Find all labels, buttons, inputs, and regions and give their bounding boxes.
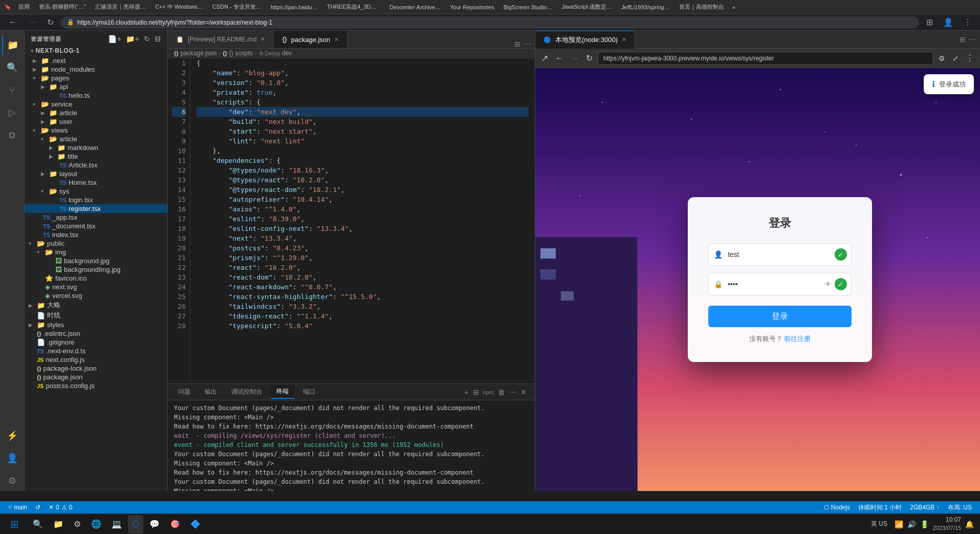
activity-explorer[interactable]: 📁 xyxy=(2,35,23,55)
activity-settings[interactable]: ⚙ xyxy=(2,471,23,491)
taskbar-file-explorer[interactable]: 📁 xyxy=(49,515,68,533)
tree-item-next[interactable]: ▶ 📁 .next xyxy=(25,56,167,65)
activity-search[interactable]: 🔍 xyxy=(2,57,23,78)
start-button[interactable]: ⊞ xyxy=(2,515,27,533)
status-layout[interactable]: 布局: US xyxy=(944,503,976,512)
taskbar-chat[interactable]: 💬 xyxy=(145,515,164,533)
taskbar-extra2[interactable]: 🔷 xyxy=(186,515,205,533)
bookmark-2[interactable]: 汇缘语言｜壳存器… xyxy=(91,2,150,12)
tree-item-backgroundimg-jpg[interactable]: 🖼 backgroundImg.jpg xyxy=(25,265,167,274)
tree-item-sys[interactable]: ▾ 📂 sys xyxy=(25,187,167,196)
back-button[interactable]: ← xyxy=(5,16,20,29)
network-icon[interactable]: 📶 xyxy=(895,520,903,528)
bookmark-6[interactable]: THREE实战4_3D效… xyxy=(323,2,384,12)
status-sync[interactable]: ↺ xyxy=(31,501,45,514)
activity-source-control[interactable]: ⑂ xyxy=(2,80,23,100)
close-tab-icon[interactable]: ✕ xyxy=(260,36,265,42)
username-input[interactable] xyxy=(728,244,835,265)
terminal-more-icon[interactable]: ⋯ xyxy=(509,388,516,396)
close-terminal-icon[interactable]: ✕ xyxy=(520,388,527,396)
bookmark-1[interactable]: 资讯-群聊群呼("…" xyxy=(35,2,90,12)
activity-remote[interactable]: ⚡ xyxy=(2,425,23,446)
terminal-tab-terminal[interactable]: 终端 xyxy=(270,385,295,399)
preview-address-bar[interactable]: https://yfnjvm-jaqwea-3000.preview.myide… xyxy=(598,52,933,65)
tree-item-document-tsx[interactable]: TS _document.tsx xyxy=(25,222,167,230)
terminal-tab-ports[interactable]: 端口 xyxy=(297,386,321,398)
bookmark-9[interactable]: BigScreen Studio… xyxy=(499,3,557,11)
project-root[interactable]: ▾ NEXT-BLOG-1 xyxy=(25,45,167,56)
split-terminal-icon[interactable]: ⊞ xyxy=(473,388,479,396)
extensions-icon[interactable]: ⊞ xyxy=(923,16,936,28)
tree-item-service-article[interactable]: ▶ 📁 article xyxy=(25,109,167,117)
tree-item-vercel-svg[interactable]: ◈ vercel.svg xyxy=(25,291,167,300)
menu-icon[interactable]: ⋮ xyxy=(961,16,975,28)
more-bookmarks-icon[interactable]: » xyxy=(729,3,738,11)
tree-item-next-svg[interactable]: ◈ next.svg xyxy=(25,283,167,291)
tree-item-app-tsx[interactable]: TS _app.tsx xyxy=(25,213,167,222)
bc-scripts[interactable]: {} scripts xyxy=(229,50,253,57)
terminal-tab-issues[interactable]: 问题 xyxy=(172,386,197,398)
taskbar-terminal[interactable]: 💻 xyxy=(107,515,126,533)
status-errors[interactable]: ✕ 0 ⚠ 0 xyxy=(45,501,76,514)
editor-tab-package-json[interactable]: {} package.json ✕ xyxy=(274,31,347,48)
forward-button[interactable]: → xyxy=(25,16,40,29)
tree-item-api[interactable]: ▶ 📁 api xyxy=(25,82,167,91)
terminal-tab-debug[interactable]: 调试控制台 xyxy=(225,386,268,398)
preview-more-icon[interactable]: ⋯ xyxy=(969,35,976,44)
more-actions-icon[interactable]: ⋯ xyxy=(524,40,531,48)
tree-item-styles[interactable]: ▶ 📁 styles xyxy=(25,321,167,329)
preview-devtools-button[interactable]: ⚙ xyxy=(937,53,947,63)
clock-display[interactable]: 10:07 2023/07/15 xyxy=(933,516,961,532)
bc-dev[interactable]: dev xyxy=(282,50,292,57)
close-preview-tab-icon[interactable]: ✕ xyxy=(622,36,626,43)
password-input[interactable] xyxy=(728,273,824,295)
tree-item-daolve[interactable]: ▶ 📁 大略 xyxy=(25,300,167,310)
bookmark-7[interactable]: Devcenter Archive… xyxy=(385,3,445,11)
login-button[interactable]: 登录 xyxy=(708,306,852,327)
tree-item-hello-ts[interactable]: TS hello.ts xyxy=(25,91,167,100)
new-folder-icon[interactable]: 📁+ xyxy=(126,35,140,43)
status-memory[interactable]: 2GB4GB ↑ xyxy=(906,504,943,511)
preview-forward-button[interactable]: → xyxy=(569,53,581,64)
code-content[interactable]: { "name": "blog-app", "version": "0.1.0"… xyxy=(190,58,535,383)
preview-back-button[interactable]: ← xyxy=(553,53,565,64)
tree-item-layout[interactable]: ▶ 📁 layout xyxy=(25,169,167,178)
activity-extensions[interactable]: ⧉ xyxy=(2,125,23,145)
tree-item-title[interactable]: ▶ 📁 title xyxy=(25,152,167,161)
search-taskbar-button[interactable]: 🔍 xyxy=(29,515,47,533)
address-bar[interactable]: 🔒 https://yma16.cloudstudio.net/tty/yfnj… xyxy=(61,16,919,29)
tree-item-register-tsx[interactable]: TS register.tsx xyxy=(25,204,167,213)
tree-item-shixian[interactable]: 📄 时线 xyxy=(25,310,167,321)
preview-reload-button[interactable]: ↻ xyxy=(584,52,595,64)
tree-item-eslintrc[interactable]: {} .eslintrc.json xyxy=(25,329,167,338)
activity-accounts[interactable]: 👤 xyxy=(2,448,23,468)
tree-item-gitignore[interactable]: 📄 .gitignore xyxy=(25,338,167,347)
status-branch[interactable]: ⑂ main xyxy=(4,501,31,514)
taskbar-vscode[interactable]: ⬡ xyxy=(128,515,143,533)
status-sleep-time[interactable]: 休眠时间:1 小时 xyxy=(854,503,906,512)
preview-open-external-button[interactable]: ↗ xyxy=(539,52,550,64)
profile-icon[interactable]: 👤 xyxy=(940,16,956,28)
bookmark-10[interactable]: JavaScript 函数定… xyxy=(558,2,616,12)
new-file-icon[interactable]: 📄+ xyxy=(108,35,122,43)
refresh-icon[interactable]: ↻ xyxy=(144,35,150,43)
bookmark-3[interactable]: C++ 中 Windows… xyxy=(151,2,207,12)
language-indicator[interactable]: 英 US xyxy=(868,519,890,529)
taskbar-settings[interactable]: ⚙ xyxy=(70,515,85,533)
reload-button[interactable]: ↻ xyxy=(44,16,57,28)
tree-item-next-config[interactable]: JS next.config.js xyxy=(25,355,167,364)
tree-item-node-modules[interactable]: ▶ 📁 node_modules xyxy=(25,65,167,74)
tree-item-login-tsx[interactable]: TS login.tsx xyxy=(25,196,167,204)
bc-package[interactable]: package.json xyxy=(181,50,217,57)
new-terminal-icon[interactable]: + xyxy=(464,388,468,396)
tree-item-next-env[interactable]: TS .next-env.d.ts xyxy=(25,347,167,355)
taskbar-browser[interactable]: 🌐 xyxy=(87,515,105,533)
eye-toggle-icon[interactable]: 👁 xyxy=(824,280,832,288)
tree-item-favicon[interactable]: ⭐ favicon.ico xyxy=(25,274,167,283)
tree-item-home-tsx[interactable]: TS Home.tsx xyxy=(25,178,167,187)
tree-item-article-tsx[interactable]: TS Article.tsx xyxy=(25,161,167,169)
bookmark-5[interactable]: https://pan.baidu… xyxy=(267,3,322,11)
tree-item-index-tsx[interactable]: TS index.tsx xyxy=(25,230,167,239)
editor-tab-readme[interactable]: 📋 [Preview] README.md ✕ xyxy=(168,31,274,48)
activity-run[interactable]: ▷ xyxy=(2,102,23,123)
